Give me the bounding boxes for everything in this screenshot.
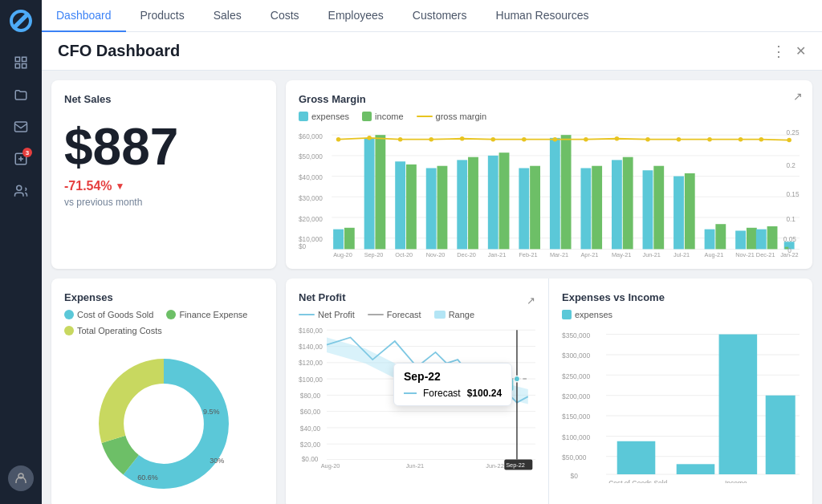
- svg-text:$50,000: $50,000: [562, 453, 587, 461]
- svg-text:$10,000: $10,000: [299, 236, 323, 243]
- badge-sidebar-icon[interactable]: 3: [6, 144, 35, 173]
- svg-text:9.5%: 9.5%: [203, 408, 220, 416]
- svg-text:$0: $0: [299, 243, 307, 250]
- svg-text:Jun-22: Jun-22: [486, 462, 504, 469]
- svg-rect-41: [623, 157, 633, 250]
- svg-text:$20,00: $20,00: [300, 441, 321, 449]
- svg-text:Jan-22: Jan-22: [780, 251, 798, 258]
- svg-point-56: [398, 137, 403, 142]
- folder-sidebar-icon[interactable]: [6, 80, 35, 109]
- nav-products[interactable]: Products: [126, 0, 199, 32]
- svg-text:Sep-22: Sep-22: [506, 461, 525, 469]
- svg-rect-44: [673, 177, 684, 250]
- more-menu-icon[interactable]: ⋮: [771, 43, 786, 60]
- tooltip-line-icon: [404, 392, 417, 394]
- gross-margin-chart: $60,000 $50,000 $40,000 $30,000 $20,000 …: [299, 128, 800, 256]
- svg-rect-26: [395, 161, 405, 249]
- svg-rect-49: [747, 228, 757, 250]
- app-logo: [6, 6, 35, 35]
- net-profit-legend: Net Profit Forecast Range: [299, 310, 535, 319]
- svg-rect-29: [437, 166, 448, 250]
- svg-rect-146: [677, 464, 715, 474]
- svg-text:$350,000: $350,000: [562, 331, 590, 339]
- svg-text:Nov-20: Nov-20: [426, 251, 446, 258]
- svg-rect-4: [15, 122, 27, 132]
- legend-expenses: expenses: [299, 112, 349, 121]
- donut-svg: 60.6% 30% 9.5%: [92, 352, 236, 496]
- tooltip-row: Forecast $100.24: [404, 388, 502, 399]
- svg-rect-40: [612, 160, 622, 249]
- svg-point-55: [367, 136, 372, 140]
- expenses-donut: 60.6% 30% 9.5%: [64, 352, 263, 496]
- svg-rect-25: [375, 135, 385, 249]
- net-profit-panel: Net Profit ↗ Net Profit Forecast: [286, 278, 549, 504]
- svg-rect-148: [766, 396, 796, 474]
- svg-text:Mar-21: Mar-21: [550, 251, 568, 258]
- svg-text:$80,00: $80,00: [300, 392, 321, 400]
- gross-margin-svg: $60,000 $50,000 $40,000 $30,000 $20,000 …: [299, 128, 800, 253]
- evi-legend-expenses: expenses: [562, 310, 612, 319]
- svg-rect-37: [561, 135, 572, 249]
- svg-rect-51: [767, 226, 778, 249]
- net-profit-title: Net Profit: [299, 291, 346, 303]
- dashboard-controls: ⋮ ✕: [771, 43, 806, 60]
- svg-text:Jan-21: Jan-21: [488, 251, 506, 258]
- mail-sidebar-icon[interactable]: [6, 112, 35, 141]
- svg-text:Sep-20: Sep-20: [364, 251, 384, 258]
- top-navigation: Dashboard Products Sales Costs Employees…: [42, 0, 822, 32]
- gross-margin-card: ↗ Gross Margin expenses income gross mar…: [286, 80, 812, 269]
- nav-costs[interactable]: Costs: [256, 0, 314, 32]
- expenses-legend-2: Total Operating Costs: [64, 326, 263, 335]
- nav-employees[interactable]: Employees: [314, 0, 398, 32]
- svg-text:0.05: 0.05: [783, 236, 796, 243]
- grid-sidebar-icon[interactable]: [6, 48, 35, 77]
- svg-text:$160,00: $160,00: [299, 327, 323, 335]
- svg-text:Dec-21: Dec-21: [756, 251, 775, 258]
- expenses-vs-income-panel: Expenses vs Income expenses $350,000 $30…: [549, 278, 812, 504]
- svg-rect-34: [519, 168, 529, 249]
- svg-rect-33: [499, 152, 510, 249]
- legend-forecast-line: Forecast: [368, 310, 421, 319]
- user-avatar[interactable]: [8, 465, 34, 491]
- legend-cogs: Cost of Goods Sold: [64, 310, 153, 319]
- legend-net-profit-line: Net Profit: [299, 310, 355, 319]
- svg-text:Apr-21: Apr-21: [580, 251, 598, 258]
- svg-rect-145: [617, 441, 656, 474]
- svg-point-54: [336, 137, 341, 142]
- net-sales-change: -71.54% ▼: [64, 179, 263, 193]
- svg-text:$40,00: $40,00: [300, 425, 321, 433]
- net-sales-title: Net Sales: [64, 93, 263, 105]
- net-profit-chart: $160,00 $140,00 $120,00 $100,00 $80,00 $…: [299, 323, 535, 474]
- nav-sales[interactable]: Sales: [199, 0, 256, 32]
- expenses-vs-income-title: Expenses vs Income: [562, 291, 800, 303]
- net-sales-sub-label: vs previous month: [64, 197, 263, 208]
- svg-rect-0: [15, 57, 19, 61]
- svg-text:0.1: 0.1: [786, 216, 796, 223]
- svg-rect-35: [530, 166, 540, 250]
- svg-text:Income: Income: [725, 479, 747, 483]
- svg-text:Aug-20: Aug-20: [321, 462, 340, 469]
- nav-customers[interactable]: Customers: [398, 0, 482, 32]
- svg-text:Nov-21: Nov-21: [735, 251, 755, 258]
- svg-rect-2: [15, 64, 19, 68]
- close-dashboard-icon[interactable]: ✕: [796, 43, 806, 59]
- svg-text:30%: 30%: [210, 457, 224, 465]
- nav-dashboard[interactable]: Dashboard: [42, 0, 126, 32]
- svg-text:$50,000: $50,000: [299, 153, 323, 161]
- net-profit-expand-icon[interactable]: ↗: [527, 295, 535, 307]
- expand-icon[interactable]: ↗: [793, 90, 803, 103]
- net-profit-expenses-card: Net Profit ↗ Net Profit Forecast: [286, 278, 812, 504]
- svg-text:$300,000: $300,000: [562, 352, 590, 360]
- svg-rect-27: [406, 165, 417, 250]
- svg-text:Oct-20: Oct-20: [395, 251, 413, 258]
- svg-point-120: [514, 376, 519, 381]
- svg-point-61: [553, 137, 558, 142]
- svg-rect-28: [426, 168, 437, 249]
- svg-point-66: [707, 137, 712, 142]
- tooltip-date: Sep-22: [404, 370, 502, 383]
- svg-text:Jul-21: Jul-21: [673, 251, 690, 258]
- svg-rect-47: [715, 224, 726, 249]
- people-sidebar-icon[interactable]: [6, 177, 35, 205]
- dashboard-header: CFO Dashboard ⋮ ✕: [42, 32, 822, 71]
- nav-human-resources[interactable]: Human Resources: [482, 0, 604, 32]
